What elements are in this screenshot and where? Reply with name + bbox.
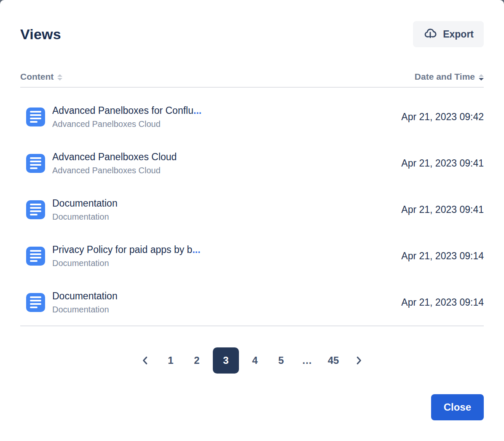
page-button-1[interactable]: 1 xyxy=(161,347,181,374)
column-header-content[interactable]: Content xyxy=(20,72,62,82)
column-header-content-label: Content xyxy=(20,72,54,82)
row-text: Documentation Documentation xyxy=(52,289,401,316)
page-title: Views xyxy=(20,26,61,43)
page-button-5[interactable]: 5 xyxy=(271,347,291,374)
content-space-label: Advanced Panelboxes Cloud xyxy=(52,118,401,130)
page-button-4[interactable]: 4 xyxy=(245,347,265,374)
table-row: Privacy Policy for paid apps by b... Doc… xyxy=(20,233,484,279)
views-dialog: Views Export Content Date and Time xyxy=(0,0,504,441)
chevron-right-icon xyxy=(353,355,364,366)
row-text: Privacy Policy for paid apps by b... Doc… xyxy=(52,242,401,269)
row-text: Advanced Panelboxes Cloud Advanced Panel… xyxy=(52,150,401,177)
export-button-label: Export xyxy=(443,29,474,40)
document-icon xyxy=(26,154,45,173)
page-button-45[interactable]: 45 xyxy=(323,347,343,374)
column-header-date-label: Date and Time xyxy=(415,72,475,82)
dialog-header: Views Export xyxy=(20,0,484,47)
chevron-left-icon xyxy=(140,355,151,366)
table-row: Documentation Documentation Apr 21, 2023… xyxy=(20,186,484,233)
table-header: Content Date and Time xyxy=(20,72,484,82)
sort-icon xyxy=(57,74,62,81)
table-row: Advanced Panelboxes for Conflu... Advanc… xyxy=(20,94,484,140)
view-datetime: Apr 21, 2023 09:41 xyxy=(401,158,484,169)
document-icon xyxy=(26,108,45,126)
row-text: Advanced Panelboxes for Conflu... Advanc… xyxy=(52,103,401,130)
view-datetime: Apr 21, 2023 09:14 xyxy=(401,250,484,262)
content-title-link[interactable]: Advanced Panelboxes for Conflu... xyxy=(52,103,401,118)
content-title-link[interactable]: Privacy Policy for paid apps by b... xyxy=(52,242,401,257)
pagination-ellipsis: ... xyxy=(297,347,317,374)
view-datetime: Apr 21, 2023 09:14 xyxy=(401,297,484,308)
content-title-link[interactable]: Advanced Panelboxes Cloud xyxy=(52,150,401,164)
table-bottom-divider xyxy=(20,325,484,326)
table-row: Documentation Documentation Apr 21, 2023… xyxy=(20,279,484,325)
row-text: Documentation Documentation xyxy=(52,196,401,223)
view-datetime: Apr 21, 2023 09:41 xyxy=(401,204,484,215)
close-button[interactable]: Close xyxy=(431,394,484,420)
previous-page-button[interactable] xyxy=(136,347,155,374)
content-space-label: Documentation xyxy=(52,304,401,316)
document-icon xyxy=(26,247,45,266)
document-icon xyxy=(26,293,45,312)
column-header-date[interactable]: Date and Time xyxy=(415,72,484,82)
views-list: Advanced Panelboxes for Conflu... Advanc… xyxy=(20,88,484,325)
content-space-label: Documentation xyxy=(52,211,401,223)
content-title-link[interactable]: Documentation xyxy=(52,289,401,304)
dialog-footer: Close xyxy=(20,394,484,420)
next-page-button[interactable] xyxy=(349,347,368,374)
cloud-download-icon xyxy=(423,27,437,41)
content-space-label: Documentation xyxy=(52,257,401,269)
document-icon xyxy=(26,200,45,219)
view-datetime: Apr 21, 2023 09:42 xyxy=(401,111,484,123)
content-title-link[interactable]: Documentation xyxy=(52,196,401,211)
content-space-label: Advanced Panelboxes Cloud xyxy=(52,164,401,177)
pagination: 1 2 3 4 5 ... 45 xyxy=(20,347,484,374)
export-button[interactable]: Export xyxy=(413,21,484,47)
page-button-2[interactable]: 2 xyxy=(187,347,207,374)
sort-desc-icon xyxy=(479,74,484,81)
table-row: Advanced Panelboxes Cloud Advanced Panel… xyxy=(20,140,484,186)
page-button-3-current[interactable]: 3 xyxy=(213,347,239,374)
